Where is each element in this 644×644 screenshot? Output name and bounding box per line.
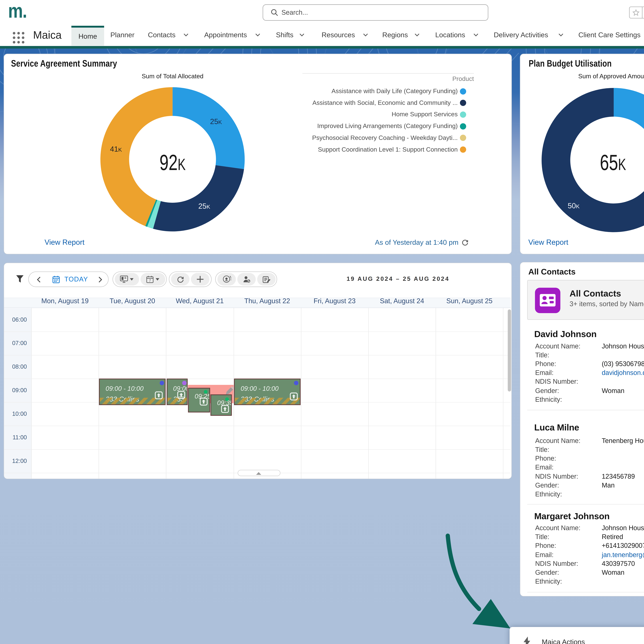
svg-text:7: 7	[149, 278, 151, 282]
